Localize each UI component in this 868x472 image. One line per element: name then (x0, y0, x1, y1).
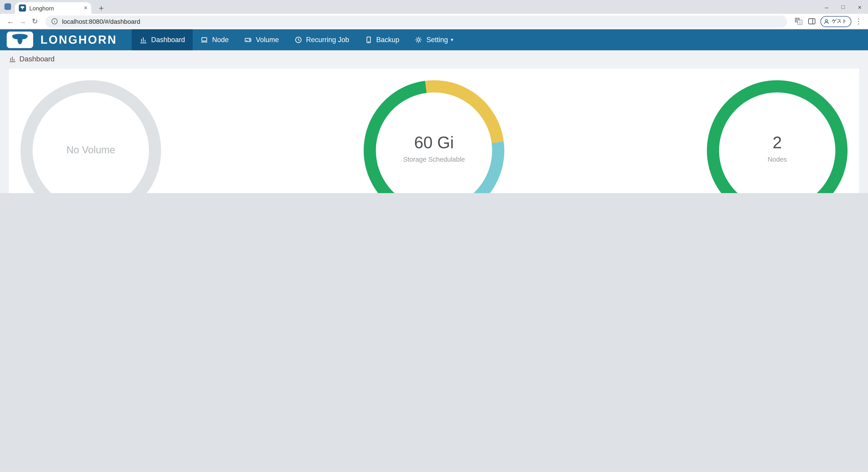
volume-icon (244, 36, 252, 44)
close-button[interactable]: × (851, 0, 868, 14)
dashboard-card: No Volume Healthy0Degraded0In Progress0F… (9, 69, 859, 193)
maximize-button[interactable]: □ (835, 0, 851, 14)
donut-center-sublabel: Storage Schedulable (362, 156, 506, 163)
donut-center-label: No Volume (19, 145, 163, 156)
url-text: localhost:8080/#/dashboard (62, 18, 140, 25)
chevron-down-icon: ▾ (451, 37, 453, 42)
longhorn-logo[interactable]: LONGHORN (0, 31, 132, 48)
backup-icon (365, 36, 372, 44)
donut-center-value: 60 Gi (362, 133, 506, 152)
nav-label: Node (212, 36, 229, 44)
dashboard-icon (9, 55, 16, 62)
profile-label: ゲスト (832, 18, 847, 25)
address-bar[interactable]: localhost:8080/#/dashboard (45, 15, 787, 27)
setting-icon (415, 36, 423, 44)
charts-row: No Volume Healthy0Degraded0In Progress0F… (16, 75, 852, 193)
browser-toolbar: ← → ↻ localhost:8080/#/dashboard Aa ゲスト … (0, 14, 868, 29)
browser-menu-icon[interactable]: ⋮ (854, 17, 864, 26)
person-icon (824, 18, 830, 25)
svg-text:a: a (799, 20, 801, 24)
volume-chart-group: No Volume Healthy0Degraded0In Progress0F… (16, 75, 166, 193)
tab-close-icon[interactable]: × (84, 5, 87, 11)
recurring-job-icon (294, 36, 302, 44)
nav-label: Volume (256, 36, 279, 44)
nav-item-setting[interactable]: Setting▾ (407, 29, 461, 51)
translate-icon[interactable]: Aa (792, 17, 805, 26)
nav-item-node[interactable]: Node (193, 29, 237, 51)
window-controls: – □ × (818, 0, 868, 14)
app-header: LONGHORN DashboardNodeVolumeRecurring Jo… (0, 29, 868, 51)
nav-item-dashboard[interactable]: Dashboard (132, 29, 193, 51)
side-panel-icon[interactable] (805, 17, 818, 26)
nav-item-recurring-job[interactable]: Recurring Job (287, 29, 357, 51)
breadcrumb: Dashboard (0, 50, 868, 67)
window-icon (4, 3, 11, 10)
bull-icon (6, 31, 33, 48)
browser-tab[interactable]: Longhorn × (15, 2, 91, 14)
nav-label: Setting (426, 36, 448, 44)
new-tab-button[interactable]: + (95, 2, 107, 14)
nav-label: Recurring Job (306, 36, 349, 44)
node-icon (200, 36, 208, 44)
dashboard-icon (140, 36, 147, 44)
donut-center-value: 2 (705, 133, 849, 152)
brand-text: LONGHORN (40, 33, 117, 46)
nav-label: Backup (376, 36, 399, 44)
nav-item-backup[interactable]: Backup (357, 29, 407, 51)
storage-donut-chart: 60 Gi Storage Schedulable (362, 77, 506, 193)
browser-tab-strip: Longhorn × + – □ × (0, 0, 868, 14)
volume-donut-chart: No Volume (19, 77, 163, 193)
nav-label: Dashboard (151, 36, 185, 44)
donut-segment-no-volume (27, 86, 155, 193)
donut-center-sublabel: Nodes (705, 156, 849, 163)
forward-button[interactable]: → (17, 17, 29, 26)
nav-item-volume[interactable]: Volume (237, 29, 287, 51)
reload-button[interactable]: ↻ (29, 17, 41, 26)
longhorn-favicon (19, 4, 26, 12)
page-title: Dashboard (20, 55, 55, 63)
profile-button[interactable]: ゲスト (821, 16, 851, 27)
nodes-chart-group: 2 Nodes Schedulable2Unschedulable0Down0D… (702, 75, 852, 193)
page-body: Dashboard No Volume Healthy0Degraded0In … (0, 50, 868, 193)
screen: Longhorn × + – □ × ← → ↻ localhost:8080/… (0, 0, 868, 193)
tab-title: Longhorn (29, 5, 54, 11)
nodes-donut-chart: 2 Nodes (705, 77, 849, 193)
storage-chart-group: 60 Gi Storage Schedulable Schedulable60 … (359, 75, 509, 193)
minimize-button[interactable]: – (818, 0, 835, 14)
main-nav: DashboardNodeVolumeRecurring JobBackupSe… (132, 29, 461, 51)
back-button[interactable]: ← (4, 17, 17, 26)
site-info-icon[interactable] (51, 18, 58, 25)
